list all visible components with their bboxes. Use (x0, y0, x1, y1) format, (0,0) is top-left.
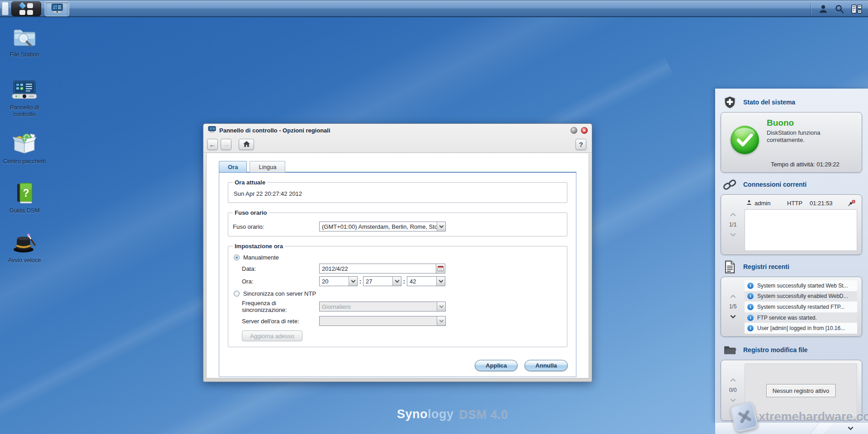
window-title-bar[interactable]: Pannello di controllo - Opzioni regional… (203, 124, 592, 137)
synology-dsm-watermark: SynologyDSM 4.0 (397, 407, 508, 421)
time-separator: : (401, 278, 407, 285)
info-icon (747, 315, 754, 321)
home-icon (243, 141, 250, 148)
show-desktop-button[interactable] (2, 2, 9, 15)
page-indicator: 1/1 (729, 222, 737, 228)
main-menu-button[interactable] (11, 1, 41, 16)
widget-title: Connessioni correnti (743, 181, 807, 188)
timezone-select[interactable]: (GMT+01:00) Amsterdam, Berlin, Rome, Sto… (319, 222, 446, 231)
connection-row[interactable]: admin HTTP 01:21:53 (745, 198, 857, 208)
forward-icon: → (223, 141, 230, 148)
dsm-version: DSM 4.0 (459, 407, 509, 421)
dsm-help-icon: ? (15, 183, 34, 205)
current-time-value: Sun Apr 22 20:27:42 2012 (233, 189, 562, 198)
date-label: Data: (242, 265, 319, 272)
forward-button[interactable]: → (221, 139, 231, 150)
user-icon[interactable] (815, 1, 832, 17)
desktop-icon-label: Pannello di controllo (3, 104, 46, 118)
chevron-down-icon[interactable] (349, 277, 357, 286)
chevron-down-icon (437, 316, 445, 326)
apply-button[interactable]: Applica (475, 360, 518, 371)
chevron-down-icon[interactable] (848, 425, 854, 430)
taskbar (0, 0, 868, 17)
desktop: File Station Pannello di controllo (0, 0, 868, 434)
page-down-icon[interactable] (730, 396, 736, 402)
log-list: System successfully started Web St... Sy… (745, 280, 857, 333)
quick-start-icon (12, 232, 37, 255)
ntp-server-label: Server dell'ora di rete: (242, 318, 319, 325)
back-button[interactable]: ← (207, 139, 218, 150)
time-separator: : (358, 278, 363, 285)
taskbar-control-panel-task[interactable] (45, 1, 69, 16)
frequency-label: Frequenza di sincronizzazione: (242, 300, 319, 313)
minute-select[interactable]: 27 (363, 276, 401, 286)
xtremehardware-watermark: xtremehardware.com (759, 410, 868, 424)
log-row: System successfully started Web St... (745, 280, 857, 291)
widget-title: Registro modifica file (743, 346, 807, 354)
page-up-icon[interactable] (730, 294, 736, 300)
page-up-icon[interactable] (730, 212, 736, 218)
page-up-icon[interactable] (730, 378, 736, 384)
tab-panel: Ora attuale Sun Apr 22 20:27:42 2012 Fus… (219, 172, 576, 377)
tab-bar: Ora Lingua (207, 153, 589, 172)
help-button[interactable]: ? (576, 139, 586, 150)
chevron-down-icon[interactable] (392, 277, 401, 286)
manual-radio-row[interactable]: Manualmente (234, 254, 562, 261)
page-indicator: 1/5 (729, 303, 737, 310)
chevron-down-icon (437, 302, 445, 311)
desktop-icon-control-panel[interactable]: Pannello di controllo (3, 80, 46, 118)
log-row: FTP service was started. (745, 312, 857, 323)
connections-card: 1/1 admin HTTP 01:21:53 (721, 194, 862, 255)
calendar-icon[interactable] (436, 264, 445, 274)
window-toolbar: ← → ? (203, 137, 592, 153)
log-row: User [admin] logged in from [10.16... (745, 323, 857, 334)
pilot-view-icon[interactable] (848, 1, 865, 17)
cancel-button[interactable]: Annulla (524, 360, 568, 371)
manual-radio-label: Manualmente (243, 254, 279, 261)
ntp-radio-row[interactable]: Sincronizza con server NTP (234, 290, 562, 297)
date-input[interactable] (319, 264, 436, 274)
tab-ora[interactable]: Ora (219, 161, 247, 172)
connections-widget: Connessioni correnti 1/1 (716, 176, 868, 255)
empty-log-message: Nessun registro attivo (766, 384, 836, 397)
minimize-button[interactable] (571, 127, 577, 134)
back-icon: ← (209, 141, 216, 148)
time-setting-section: Impostazione ora Manualmente Data: Ora: (228, 243, 567, 347)
window-content: Ora Lingua Ora attuale Sun Apr 22 20:27:… (206, 153, 589, 378)
disconnect-icon[interactable] (848, 200, 855, 207)
control-panel-icon (208, 126, 216, 134)
widgets-sidebar: Stato del sistema Buono DiskStation funz… (715, 89, 868, 422)
update-now-button: Aggiorna adesso (242, 330, 302, 341)
desktop-icon-file-station[interactable]: File Station (3, 27, 46, 58)
chevron-down-icon[interactable] (437, 222, 445, 231)
user-icon (746, 200, 752, 207)
home-button[interactable] (239, 139, 254, 150)
section-legend: Fuso orario (233, 209, 269, 216)
second-select[interactable]: 42 (407, 276, 445, 286)
search-icon[interactable] (831, 1, 848, 17)
page-down-icon[interactable] (730, 231, 736, 237)
control-panel-icon (12, 80, 37, 102)
connection-user: admin (755, 200, 784, 207)
widget-title: Stato del sistema (743, 99, 795, 106)
tab-lingua[interactable]: Lingua (250, 161, 285, 172)
status-description: DiskStation funziona correttamente. (767, 129, 839, 144)
desktop-icon-dsm-help[interactable]: ? Guida DSM (3, 183, 46, 214)
shield-icon (722, 96, 737, 109)
main-menu-icon (19, 2, 26, 9)
chevron-down-icon[interactable] (436, 277, 445, 286)
manual-radio[interactable] (234, 255, 240, 260)
desktop-icon-package-center[interactable]: Centro pacchetti (3, 133, 46, 165)
desktop-icon-label: File Station (9, 51, 39, 58)
ntp-radio[interactable] (234, 291, 240, 297)
info-icon (747, 325, 754, 331)
window-title: Pannello di controllo - Opzioni regional… (219, 127, 330, 134)
frequency-select: Giornaliero (319, 302, 446, 311)
close-icon[interactable] (581, 127, 588, 134)
section-legend: Impostazione ora (233, 243, 285, 250)
log-row: System successfully enabled WebD... (745, 291, 857, 302)
hour-select[interactable]: 20 (319, 276, 358, 286)
desktop-icon-quick-start[interactable]: Avvio veloce (3, 232, 46, 264)
page-down-icon[interactable] (730, 313, 736, 319)
desktop-icon-label: Guida DSM (9, 207, 39, 214)
